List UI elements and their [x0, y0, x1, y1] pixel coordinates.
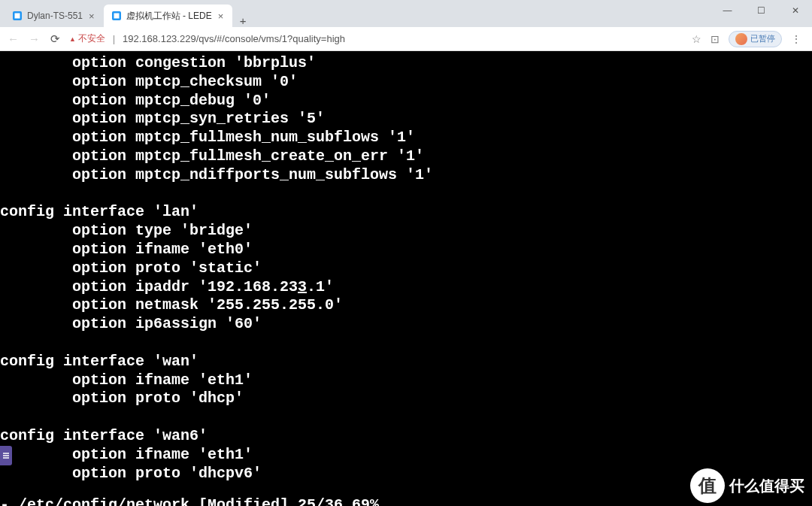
watermark: 值 什么值得买: [690, 468, 804, 503]
terminal-line: option ip6assign '60': [0, 315, 812, 334]
terminal-line: option ifname 'eth1': [0, 371, 812, 390]
profile-badge[interactable]: 已暂停: [729, 31, 782, 47]
tab-title: Dylan-TS-551: [27, 11, 83, 21]
address-bar: ← → ⟳ ▲ 不安全 | 192.168.123.229/qvs/#/cons…: [0, 27, 812, 51]
browser-tab-bar: Dylan-TS-551 × 虚拟机工作站 - LEDE × +: [0, 0, 812, 27]
terminal-line: [0, 334, 812, 353]
side-panel-handle[interactable]: [0, 446, 12, 465]
terminal-line: option proto 'dhcp': [0, 389, 812, 408]
terminal-line: option ifname 'eth0': [0, 241, 812, 259]
terminal-line: option proto 'static': [0, 259, 812, 278]
terminal-line: option netmask '255.255.255.0': [0, 296, 812, 315]
tab-favicon-icon: [111, 11, 122, 21]
reload-button[interactable]: ⟳: [48, 31, 62, 47]
terminal-line: option mptcp_debug '0': [0, 92, 812, 111]
watermark-text: 什么值得买: [729, 476, 804, 496]
menu-icon[interactable]: ⋮: [791, 33, 801, 45]
watermark-badge: 值: [690, 468, 725, 503]
bookmark-star-icon[interactable]: ☆: [692, 33, 701, 45]
terminal-line: option ifname 'eth1': [0, 446, 812, 465]
profile-status: 已暂停: [750, 33, 775, 44]
terminal-line: option mptcp_fullmesh_num_subflows '1': [0, 129, 812, 147]
tab-title: 虚拟机工作站 - LEDE: [126, 10, 212, 23]
extension-icon[interactable]: ⊡: [710, 33, 720, 45]
terminal-line: option mptcp_ndiffports_num_subflows '1': [0, 166, 812, 185]
back-button[interactable]: ←: [6, 31, 20, 47]
terminal-line: option type 'bridge': [0, 222, 812, 241]
terminal-line: option congestion 'bbrplus': [0, 54, 812, 73]
svg-rect-3: [114, 14, 119, 19]
terminal-line: config interface 'wan6': [0, 427, 812, 446]
window-minimize[interactable]: —: [710, 0, 744, 21]
window-close[interactable]: ✕: [778, 0, 812, 21]
terminal-line: option mptcp_syn_retries '5': [0, 110, 812, 129]
window-maximize[interactable]: ☐: [744, 0, 778, 21]
terminal-line: option mptcp_fullmesh_create_on_err '1': [0, 147, 812, 166]
terminal-line: option mptcp_checksum '0': [0, 73, 812, 92]
tab-close-icon[interactable]: ×: [87, 11, 96, 22]
browser-tab-2[interactable]: 虚拟机工作站 - LEDE ×: [104, 5, 233, 27]
avatar-icon: [735, 33, 747, 45]
warning-icon: ▲: [69, 35, 76, 43]
tab-favicon-icon: [12, 11, 23, 21]
security-warning[interactable]: ▲ 不安全: [69, 32, 105, 45]
warning-text: 不安全: [78, 32, 105, 45]
terminal-console[interactable]: option congestion 'bbrplus' option mptcp…: [0, 51, 812, 506]
terminal-line: [0, 408, 812, 427]
browser-tab-1[interactable]: Dylan-TS-551 ×: [5, 5, 104, 27]
url-field[interactable]: 192.168.123.229/qvs/#/console/vms/1?qual…: [123, 33, 684, 44]
url-separator: |: [113, 34, 115, 44]
terminal-line: config interface 'lan': [0, 203, 812, 222]
terminal-line: [0, 185, 812, 204]
forward-button[interactable]: →: [27, 31, 41, 47]
terminal-line: option ipaddr '192.168.233.1': [0, 278, 812, 297]
tab-close-icon[interactable]: ×: [217, 11, 226, 22]
terminal-line: config interface 'wan': [0, 353, 812, 371]
new-tab-button[interactable]: +: [232, 14, 253, 27]
svg-rect-1: [15, 14, 20, 19]
